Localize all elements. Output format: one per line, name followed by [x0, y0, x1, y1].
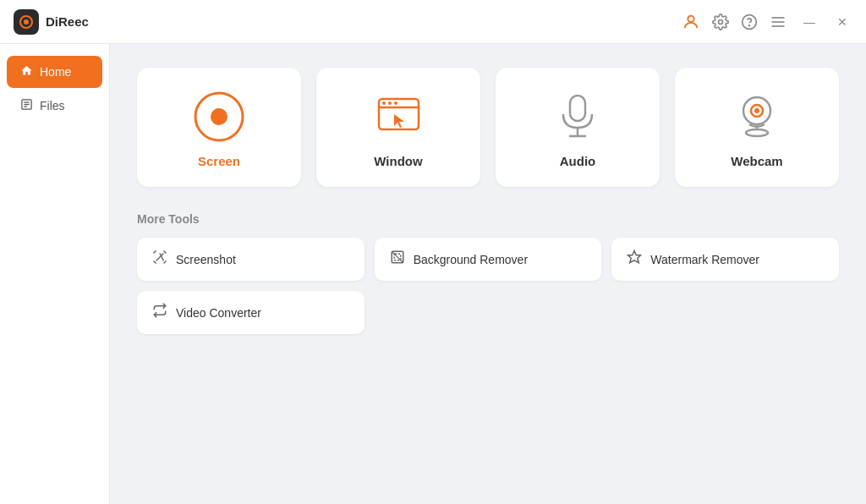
sidebar-home-label: Home	[40, 65, 71, 79]
card-audio-label: Audio	[560, 154, 596, 168]
svg-point-23	[754, 108, 759, 113]
tool-video-converter[interactable]: Video Converter	[137, 291, 364, 334]
screen-icon	[194, 91, 244, 142]
card-window-label: Window	[374, 154, 422, 168]
card-webcam[interactable]: Webcam	[675, 68, 839, 187]
svg-point-1	[719, 19, 723, 24]
tool-watermark-label: Watermark Remover	[650, 253, 759, 266]
bg-remover-icon	[390, 249, 405, 269]
minimize-button[interactable]: —	[798, 14, 820, 30]
svg-marker-30	[628, 251, 641, 263]
menu-icon[interactable]	[770, 14, 787, 30]
svg-rect-18	[570, 96, 585, 121]
webcam-icon	[732, 91, 782, 142]
main-layout: Home Files	[0, 44, 866, 504]
more-tools-title: More Tools	[137, 212, 839, 226]
tool-video-converter-label: Video Converter	[176, 306, 261, 320]
tool-screenshot-label: Screenshot	[176, 253, 236, 266]
svg-point-16	[388, 101, 392, 105]
window-icon	[373, 91, 424, 142]
sidebar-files-label: Files	[40, 99, 65, 112]
video-converter-icon	[152, 303, 167, 322]
card-webcam-label: Webcam	[731, 154, 782, 168]
card-window[interactable]: Window	[316, 68, 480, 187]
home-icon	[20, 64, 33, 79]
more-tools-section: More Tools Screenshot	[137, 212, 839, 334]
profile-icon[interactable]	[682, 13, 700, 31]
tool-watermark-remover[interactable]: Watermark Remover	[611, 238, 839, 281]
tool-bg-remover-label: Background Remover	[414, 253, 528, 266]
titlebar: DiReec	[0, 0, 866, 44]
svg-point-17	[394, 101, 397, 105]
svg-point-0	[688, 15, 693, 21]
svg-point-24	[746, 129, 768, 136]
svg-point-15	[382, 101, 386, 105]
logo-dot	[24, 19, 29, 25]
card-screen-label: Screen	[198, 154, 240, 168]
sidebar: Home Files	[0, 44, 110, 504]
svg-point-3	[749, 25, 750, 25]
sidebar-item-files[interactable]: Files	[7, 90, 102, 122]
audio-icon	[552, 91, 603, 142]
help-icon[interactable]	[741, 14, 758, 30]
card-screen[interactable]: Screen	[137, 68, 301, 187]
tool-bg-remover[interactable]: Background Remover	[375, 238, 602, 281]
titlebar-actions: — ✕	[682, 13, 852, 31]
content-area: Screen Window	[110, 44, 866, 504]
card-audio[interactable]: Audio	[496, 68, 660, 187]
svg-point-12	[211, 108, 227, 125]
recording-cards: Screen Window	[137, 68, 839, 187]
app-name: DiReec	[46, 14, 89, 29]
watermark-remover-icon	[627, 249, 642, 269]
tools-grid: Screenshot Background Remover	[137, 238, 839, 334]
close-button[interactable]: ✕	[832, 14, 852, 30]
screenshot-icon	[152, 249, 167, 269]
app-logo: DiReec	[14, 9, 89, 35]
sidebar-item-home[interactable]: Home	[7, 56, 102, 88]
logo-ring	[19, 15, 33, 29]
logo-icon	[14, 9, 39, 35]
settings-icon[interactable]	[712, 14, 729, 30]
tool-screenshot[interactable]: Screenshot	[137, 238, 364, 281]
files-icon	[20, 98, 33, 113]
